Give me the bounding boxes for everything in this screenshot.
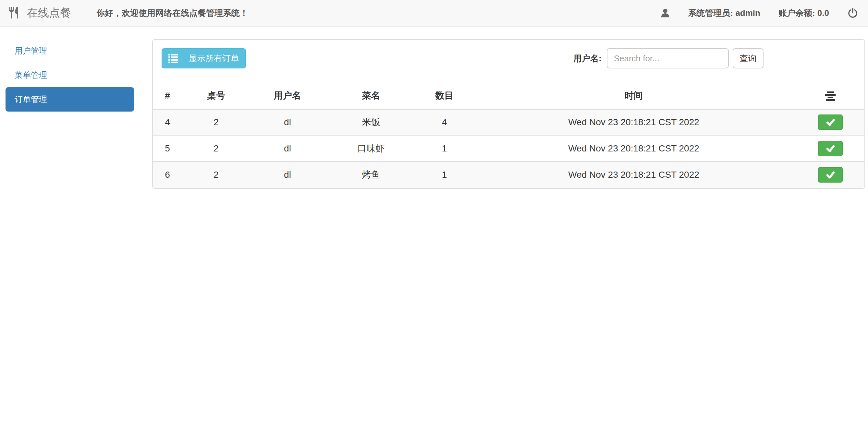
show-all-orders-button[interactable]: 显示所有订单 bbox=[162, 48, 246, 68]
confirm-order-button[interactable] bbox=[818, 114, 843, 130]
cell-id: 5 bbox=[153, 135, 182, 162]
header-username: 用户名 bbox=[250, 83, 325, 109]
cell-dish: 烤鱼 bbox=[325, 162, 417, 188]
order-row: 4 2 dl 米饭 4 Wed Nov 23 20:18:21 CST 2022 bbox=[153, 109, 864, 135]
cell-qty: 4 bbox=[417, 109, 471, 135]
sidebar-item-orders[interactable]: 订单管理 bbox=[5, 87, 134, 111]
orders-table-header-row: # 桌号 用户名 菜名 数目 时间 bbox=[153, 83, 864, 109]
cell-qty: 1 bbox=[417, 135, 471, 162]
admin-label: 系统管理员: admin bbox=[688, 7, 760, 19]
username-label: 用户名: bbox=[574, 53, 601, 64]
check-icon bbox=[825, 143, 836, 154]
cell-table-no: 2 bbox=[182, 109, 250, 135]
cell-actions bbox=[796, 109, 864, 135]
power-icon[interactable] bbox=[847, 7, 858, 19]
cell-table-no: 2 bbox=[182, 162, 250, 188]
header-dish: 菜名 bbox=[325, 83, 417, 109]
align-justify-icon bbox=[825, 92, 836, 101]
cell-qty: 1 bbox=[417, 162, 471, 188]
header-table-no: 桌号 bbox=[182, 83, 250, 109]
cell-actions bbox=[796, 135, 864, 162]
orders-table: # 桌号 用户名 菜名 数目 时间 4 2 bbox=[153, 83, 864, 188]
cell-time: Wed Nov 23 20:18:21 CST 2022 bbox=[471, 162, 796, 188]
cell-username: dl bbox=[250, 135, 325, 162]
app-brand[interactable]: 在线点餐 bbox=[9, 5, 71, 21]
sidebar-item-menu[interactable]: 菜单管理 bbox=[5, 63, 134, 87]
confirm-order-button[interactable] bbox=[818, 167, 843, 183]
cell-id: 4 bbox=[153, 109, 182, 135]
confirm-order-button[interactable] bbox=[818, 141, 843, 156]
sidebar: 用户管理 菜单管理 订单管理 bbox=[5, 39, 134, 111]
order-row: 6 2 dl 烤鱼 1 Wed Nov 23 20:18:21 CST 2022 bbox=[153, 162, 864, 188]
list-icon bbox=[168, 54, 178, 63]
header-id: # bbox=[153, 83, 182, 109]
header-actions bbox=[796, 83, 864, 109]
order-row: 5 2 dl 口味虾 1 Wed Nov 23 20:18:21 CST 202… bbox=[153, 135, 864, 162]
cell-dish: 米饭 bbox=[325, 109, 417, 135]
header-qty: 数目 bbox=[417, 83, 471, 109]
query-button[interactable]: 查询 bbox=[733, 48, 764, 68]
app-title: 在线点餐 bbox=[27, 5, 71, 21]
cell-username: dl bbox=[250, 109, 325, 135]
cell-dish: 口味虾 bbox=[325, 135, 417, 162]
navbar-right: 系统管理员: admin 账户余额: 0.0 bbox=[660, 7, 858, 19]
search-group: 用户名: 查询 bbox=[574, 48, 764, 68]
cutlery-icon bbox=[9, 7, 21, 19]
header-time: 时间 bbox=[471, 83, 796, 109]
show-all-orders-label: 显示所有订单 bbox=[188, 53, 239, 64]
welcome-message: 你好，欢迎使用网络在线点餐管理系统！ bbox=[96, 7, 248, 19]
person-icon bbox=[660, 8, 670, 18]
check-icon bbox=[825, 170, 836, 180]
balance-label: 账户余额: 0.0 bbox=[778, 7, 829, 19]
sidebar-item-users[interactable]: 用户管理 bbox=[5, 39, 134, 63]
orders-panel: 显示所有订单 用户名: 查询 # 桌号 用户名 菜名 数目 时间 bbox=[152, 39, 865, 189]
cell-actions bbox=[796, 162, 864, 188]
cell-time: Wed Nov 23 20:18:21 CST 2022 bbox=[471, 135, 796, 162]
check-icon bbox=[825, 117, 836, 128]
cell-id: 6 bbox=[153, 162, 182, 188]
top-navbar: 在线点餐 你好，欢迎使用网络在线点餐管理系统！ 系统管理员: admin 账户余… bbox=[0, 0, 868, 27]
search-input[interactable] bbox=[607, 48, 729, 68]
cell-time: Wed Nov 23 20:18:21 CST 2022 bbox=[471, 109, 796, 135]
cell-table-no: 2 bbox=[182, 135, 250, 162]
cell-username: dl bbox=[250, 162, 325, 188]
